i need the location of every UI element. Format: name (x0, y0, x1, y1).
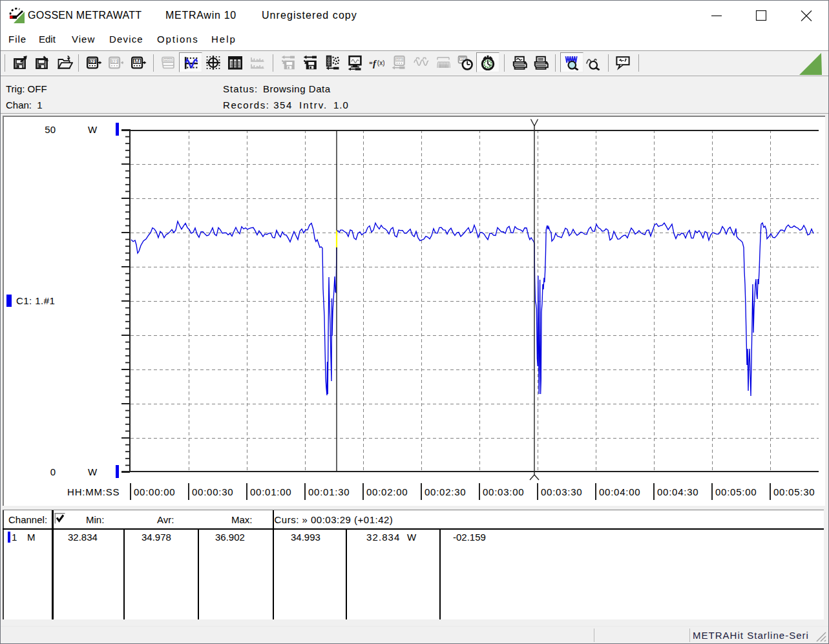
svg-text:321: 321 (89, 59, 96, 64)
svg-text:321: 321 (110, 59, 118, 64)
svg-text:321: 321 (397, 57, 403, 61)
svg-text:M: M (134, 57, 140, 65)
svg-text:(x): (x) (377, 59, 384, 67)
svg-text:=: = (369, 60, 372, 67)
svg-text:1257: 1257 (164, 57, 171, 61)
